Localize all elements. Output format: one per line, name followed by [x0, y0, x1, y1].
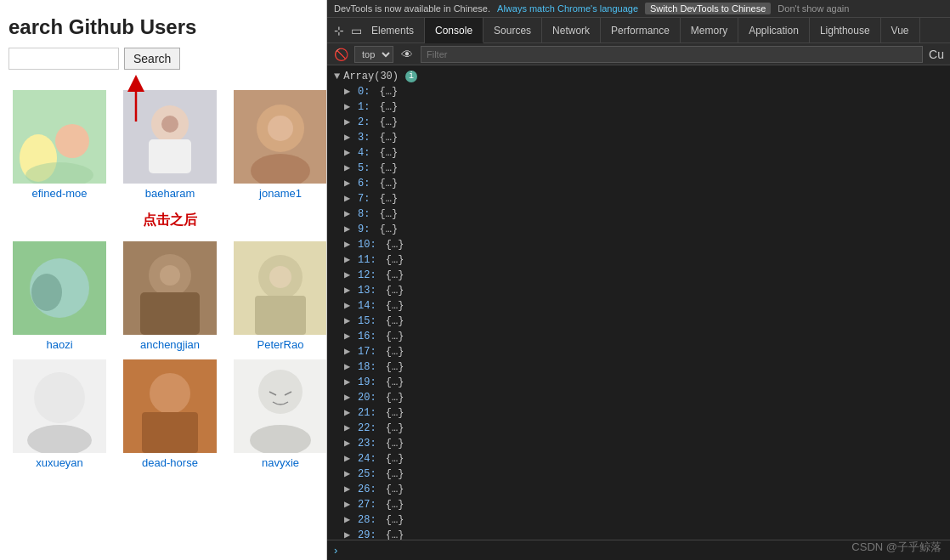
console-line[interactable]: ▶3: {…} [327, 130, 950, 145]
arrow-icon[interactable]: ▶ [344, 467, 354, 482]
console-line[interactable]: ▶4: {…} [327, 145, 950, 161]
console-val: {…} [380, 405, 404, 421]
arrow-icon[interactable]: ▶ [344, 329, 354, 344]
console-line[interactable]: ▶6: {…} [327, 176, 950, 191]
arrow-icon[interactable]: ▶ [344, 145, 354, 161]
tab-lighthouse[interactable]: Lighthouse [810, 18, 881, 43]
console-toolbar: 🚫 top 👁 Cu [327, 43, 950, 65]
console-val: {…} [380, 497, 404, 512]
arrow-icon[interactable]: ▶ [344, 344, 354, 359]
console-line[interactable]: ▶10: {…} [327, 237, 950, 252]
search-button[interactable]: Search [124, 48, 180, 70]
tab-elements[interactable]: Elements [361, 18, 425, 43]
console-line[interactable]: ▶15: {…} [327, 314, 950, 329]
eye-icon[interactable]: 👁 [399, 48, 416, 61]
dont-show-link[interactable]: Don't show again [778, 3, 849, 14]
filter-input[interactable] [421, 46, 923, 63]
console-line[interactable]: ▶5: {…} [327, 161, 950, 176]
console-line[interactable]: ▶8: {…} [327, 206, 950, 222]
console-line[interactable]: ▶0: {…} [327, 84, 950, 99]
console-val: {…} [380, 359, 404, 375]
console-line[interactable]: ▶14: {…} [327, 298, 950, 314]
console-line[interactable]: ▶24: {…} [327, 451, 950, 467]
arrow-icon[interactable]: ▶ [344, 359, 354, 375]
console-line[interactable]: ▶26: {…} [327, 482, 950, 497]
console-line[interactable]: ▶2: {…} [327, 115, 950, 130]
click-after-label: 点击之后 [119, 208, 221, 233]
arrow-icon[interactable]: ▶ [344, 405, 354, 421]
console-line[interactable]: ▶16: {…} [327, 329, 950, 344]
user-card[interactable]: dead-horse [119, 359, 221, 469]
arrow-icon[interactable]: ▶ [344, 314, 354, 329]
console-key: 3: [358, 130, 370, 145]
more-icon[interactable]: Cu [928, 48, 945, 61]
clear-icon[interactable]: 🚫 [332, 48, 349, 61]
user-card[interactable]: navyxie [229, 359, 327, 469]
tab-memory[interactable]: Memory [681, 18, 738, 43]
console-line[interactable]: ▶20: {…} [327, 390, 950, 405]
tab-application[interactable]: Application [738, 18, 810, 43]
expand-icon[interactable]: ▼ [334, 69, 340, 84]
arrow-icon[interactable]: ▶ [344, 130, 354, 145]
user-card[interactable]: haozi [8, 241, 110, 351]
user-card[interactable]: efined-moe [8, 90, 110, 200]
console-line[interactable]: ▶23: {…} [327, 436, 950, 451]
arrow-icon[interactable]: ▶ [344, 84, 354, 99]
arrow-icon[interactable]: ▶ [344, 206, 354, 222]
arrow-icon[interactable]: ▶ [344, 222, 354, 237]
arrow-icon[interactable]: ▶ [344, 283, 354, 298]
tab-network[interactable]: Network [542, 18, 601, 43]
arrow-icon[interactable]: ▶ [344, 115, 354, 130]
arrow-icon[interactable]: ▶ [344, 497, 354, 512]
user-card[interactable]: xuxueyan [8, 359, 110, 469]
console-line[interactable]: ▼ Array(30) i [327, 69, 950, 84]
console-line[interactable]: ▶21: {…} [327, 405, 950, 421]
console-line[interactable]: ▶25: {…} [327, 467, 950, 482]
console-line[interactable]: ▶28: {…} [327, 512, 950, 528]
arrow-icon[interactable]: ▶ [344, 99, 354, 115]
arrow-icon[interactable]: ▶ [344, 237, 354, 252]
arrow-icon[interactable]: ▶ [344, 375, 354, 390]
user-card[interactable]: joname1 [229, 90, 327, 200]
search-input[interactable] [8, 48, 119, 70]
tab-sources[interactable]: Sources [483, 18, 542, 43]
notice-link[interactable]: Always match Chrome's language [497, 3, 638, 14]
arrow-icon[interactable]: ▶ [344, 161, 354, 176]
cursor-icon[interactable]: ⊹ [327, 24, 344, 37]
console-line[interactable]: ▶1: {…} [327, 99, 950, 115]
arrow-icon[interactable]: ▶ [344, 252, 354, 268]
console-line[interactable]: ▶9: {…} [327, 222, 950, 237]
arrow-icon[interactable]: ▶ [344, 176, 354, 191]
tab-performance[interactable]: Performance [601, 18, 681, 43]
switch-btn[interactable]: Switch DevTools to Chinese [645, 3, 771, 14]
tab-console[interactable]: Console [425, 18, 483, 43]
arrow-icon[interactable]: ▶ [344, 528, 354, 540]
context-select[interactable]: top [354, 46, 393, 63]
svg-point-13 [268, 116, 293, 141]
console-line[interactable]: ▶12: {…} [327, 268, 950, 283]
console-line[interactable]: ▶27: {…} [327, 497, 950, 512]
console-line[interactable]: ▶29: {…} [327, 528, 950, 540]
arrow-icon[interactable]: ▶ [344, 390, 354, 405]
user-card[interactable]: PeterRao [229, 241, 327, 351]
user-card[interactable]: baeharam [119, 90, 221, 200]
tab-vue[interactable]: Vue [881, 18, 920, 43]
device-icon[interactable]: ▭ [344, 24, 361, 37]
arrow-icon[interactable]: ▶ [344, 436, 354, 451]
console-line[interactable]: ▶19: {…} [327, 375, 950, 390]
console-line[interactable]: ▶7: {…} [327, 191, 950, 206]
console-val: {…} [380, 314, 404, 329]
arrow-icon[interactable]: ▶ [344, 421, 354, 436]
user-card[interactable]: anchengjian [119, 241, 221, 351]
arrow-icon[interactable]: ▶ [344, 451, 354, 467]
arrow-icon[interactable]: ▶ [344, 298, 354, 314]
arrow-icon[interactable]: ▶ [344, 512, 354, 528]
console-line[interactable]: ▶22: {…} [327, 421, 950, 436]
arrow-icon[interactable]: ▶ [344, 191, 354, 206]
arrow-icon[interactable]: ▶ [344, 482, 354, 497]
console-line[interactable]: ▶13: {…} [327, 283, 950, 298]
arrow-icon[interactable]: ▶ [344, 268, 354, 283]
console-line[interactable]: ▶18: {…} [327, 359, 950, 375]
console-line[interactable]: ▶11: {…} [327, 252, 950, 268]
console-line[interactable]: ▶17: {…} [327, 344, 950, 359]
